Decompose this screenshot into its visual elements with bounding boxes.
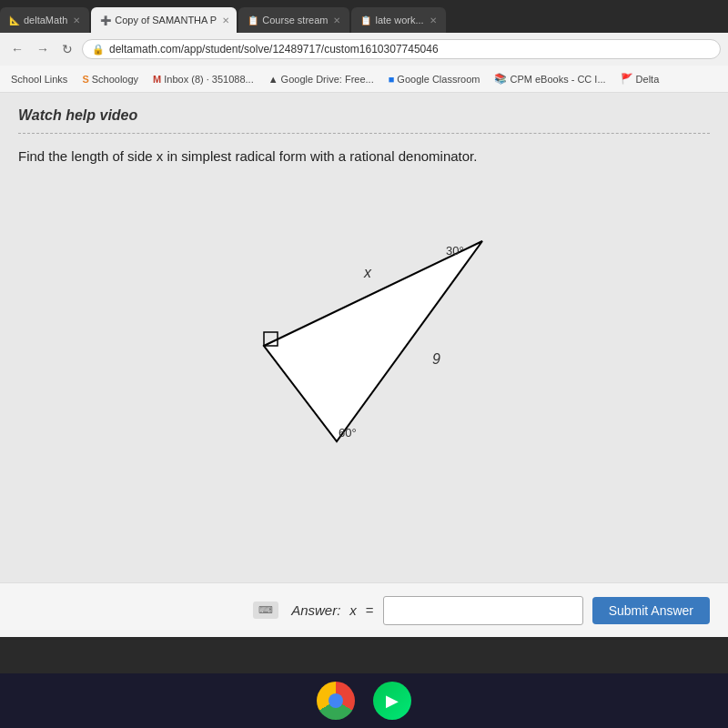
tab-course[interactable]: 📋 Course stream ✕ — [238, 7, 349, 33]
tab-close-late[interactable]: ✕ — [430, 15, 437, 25]
tab-close-deltamath[interactable]: ✕ — [73, 15, 80, 25]
back-button[interactable]: ← — [7, 40, 27, 58]
tab-samantha[interactable]: ➕ Copy of SAMANTHA P ✕ — [91, 7, 237, 33]
chrome-taskbar-icon[interactable] — [317, 682, 355, 720]
answer-equals: = — [366, 602, 374, 618]
submit-answer-button[interactable]: Submit Answer — [592, 597, 710, 624]
answer-input[interactable] — [383, 596, 583, 625]
bookmark-school-links[interactable]: School Links — [7, 72, 71, 86]
schoology-icon: S — [82, 74, 88, 85]
answer-bar: ⌨ Answer: x = Submit Answer — [0, 582, 728, 637]
address-bar-row: ← → ↻ 🔒 deltamath.com/app/student/solve/… — [0, 33, 728, 66]
label-30deg: 30° — [446, 244, 464, 258]
watch-help-link[interactable]: Watch help video — [18, 107, 710, 124]
chrome-inner — [329, 693, 343, 708]
label-9: 9 — [432, 351, 440, 367]
triangle-diagram: x 30° 9 60° — [18, 182, 710, 473]
cpm-icon: 📚 — [494, 73, 507, 85]
answer-variable: x — [349, 602, 357, 618]
bookmark-cpm[interactable]: 📚 CPM eBooks - CC I... — [490, 71, 609, 86]
classroom-icon: ■ — [389, 74, 395, 85]
late-tab-icon: 📋 — [360, 15, 371, 25]
deltamath-tab-icon: 📐 — [9, 15, 20, 25]
bookmark-google-classroom[interactable]: ■ Google Classroom — [385, 72, 484, 86]
chrome-icon — [317, 682, 355, 720]
play-taskbar-icon[interactable]: ▶ — [373, 682, 411, 720]
triangle-shape — [264, 241, 482, 441]
label-60deg: 60° — [339, 426, 357, 440]
triangle-svg: x 30° 9 60° — [173, 182, 555, 473]
delta-icon: 🚩 — [621, 73, 633, 85]
bookmark-schoology[interactable]: S Schoology — [78, 72, 142, 86]
label-x: x — [363, 265, 372, 280]
answer-label: Answer: — [291, 602, 340, 618]
problem-text: Find the length of side x in simplest ra… — [18, 148, 710, 164]
address-bar[interactable]: 🔒 deltamath.com/app/student/solve/124897… — [82, 39, 721, 59]
tab-bar: 📐 deltaMath ✕ ➕ Copy of SAMANTHA P ✕ 📋 C… — [0, 0, 728, 33]
keyboard-icon[interactable]: ⌨ — [253, 602, 278, 619]
forward-button[interactable]: → — [33, 40, 53, 58]
page-content: Watch help video Find the length of side… — [0, 93, 728, 637]
tab-deltamath[interactable]: 📐 deltaMath ✕ — [0, 7, 89, 33]
bookmark-google-drive[interactable]: ▲ Google Drive: Free... — [265, 72, 378, 86]
samantha-tab-icon: ➕ — [100, 15, 111, 25]
drive-icon: ▲ — [268, 74, 278, 85]
tab-close-course[interactable]: ✕ — [333, 15, 340, 25]
tab-close-samantha[interactable]: ✕ — [222, 15, 229, 25]
bookmarks-bar: School Links S Schoology M Inbox (8) · 3… — [0, 66, 728, 93]
bookmark-inbox[interactable]: M Inbox (8) · 351088... — [149, 72, 258, 86]
browser-chrome: 📐 deltaMath ✕ ➕ Copy of SAMANTHA P ✕ 📋 C… — [0, 0, 728, 93]
bookmark-delta[interactable]: 🚩 Delta — [617, 71, 663, 86]
gmail-icon: M — [153, 74, 161, 85]
play-triangle: ▶ — [386, 691, 399, 711]
lock-icon: 🔒 — [92, 44, 105, 56]
divider — [18, 133, 710, 134]
course-tab-icon: 📋 — [248, 15, 258, 25]
tab-late[interactable]: 📋 late work... ✕ — [351, 7, 445, 33]
taskbar: ▶ — [0, 673, 728, 728]
refresh-button[interactable]: ↻ — [58, 40, 76, 58]
